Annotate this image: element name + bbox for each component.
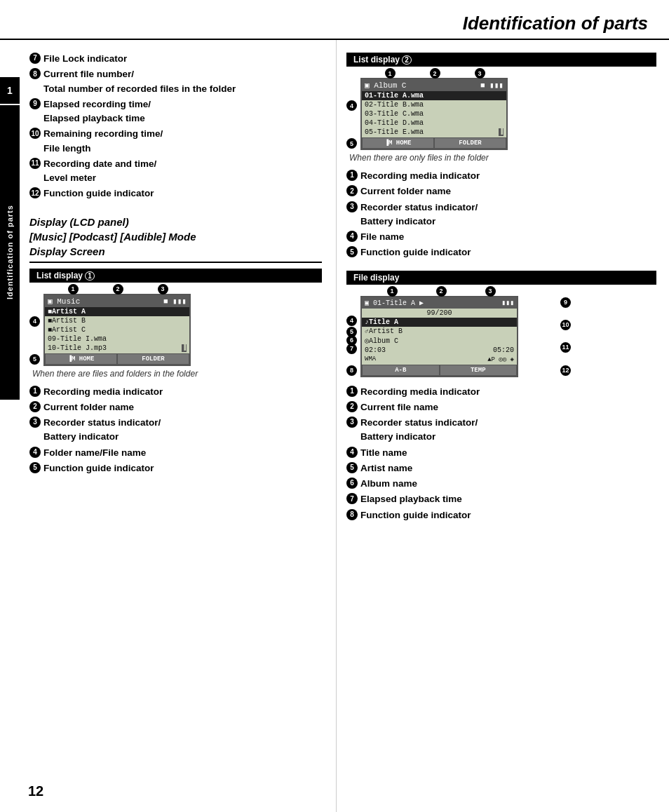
item-num-12: 12 [29,187,41,198]
list-item: 12 Function guide indicator [29,186,322,201]
screen-top-row-1: ▣ Music ■ ▮▮▮ [45,295,189,307]
item-num-3b: 3 [346,201,358,212]
screen-selected-row-1: ■Artist A [45,307,189,316]
item-text-5a: Function guide indicator [43,461,154,475]
screen-row-1b: ■Artist B [45,316,189,325]
item-text-f3: Recorder status indicator/Battery indica… [360,416,478,445]
marker-f1: 1 [387,286,398,297]
marker-1: 1 [68,284,79,295]
screen-row-2c: 03-Title C.wma [362,109,506,119]
list-item: 5 Artist name [346,461,656,476]
item-num-4a: 4 [29,447,41,458]
item-text-10: Remaining recording time/File length [43,127,163,156]
screen-file-count: 99/200 [362,309,517,318]
item-num-f5: 5 [346,462,358,473]
marker-f11: 11 [560,342,571,353]
marker-2-1: 1 [385,68,396,79]
section-title-text: Display (LCD panel)[Music] [Podcast] [Au… [29,216,196,257]
item-num-f7: 7 [346,493,358,504]
file-display-screen: 1 2 3 9 10 11 12 4 5 6 7 8 ▣ 01-Title A … [360,296,557,377]
screen-icons-row: WMA ▲P ◎◎ ◈ [362,355,517,364]
list-item: 2 Current folder name [29,400,322,415]
item-num-7: 7 [29,53,41,64]
marker-3: 3 [158,284,168,295]
right-column: List display 2 1 2 3 4 5 ▣ Album C ■ ▮▮▮ [337,40,669,812]
list-item: 8 Current file number/Total number of re… [29,67,322,97]
marker-f8: 8 [346,365,357,376]
item-num-f2: 2 [346,401,358,412]
list-item: 8 Function guide indicator [346,508,656,523]
screen-btn-folder-2: FOLDER [434,137,506,149]
screen-row-text: 10-Title J.mp3 [48,344,107,352]
list-display-1-screen: 1 2 3 4 5 ▣ Music ■ ▮▮▮ ■Artist A ■Artis… [43,294,212,366]
scroll-bar-2: ▐ [499,128,504,136]
list-item: 3 Recorder status indicator/Battery indi… [346,200,656,230]
item-num-f6: 6 [346,478,358,489]
screen-lcd-1: ▣ Music ■ ▮▮▮ ■Artist A ■Artist B ■Artis… [43,294,191,366]
item-num-3a: 3 [29,417,41,428]
item-num-5a: 5 [29,462,41,473]
screen-selected-row-2: 01-Title A.wma [362,91,506,100]
file-display-label: File display [346,271,656,285]
screen-battery-f: ▮▮▮ [501,299,514,307]
list-item: 7 File Lock indicator [29,51,322,67]
item-text-f2: Current file name [360,400,438,414]
file-display-wrapper: File display 1 2 3 9 10 11 12 4 5 6 7 [346,271,656,523]
list-item: 4 Folder name/File name [29,445,322,461]
screen-time-row: 02:03 05:20 [362,346,517,355]
list-display-1-label: List display 1 [29,269,322,283]
screen-status-icons: ■ ▮▮▮ [163,297,187,306]
item-text-f1: Recording media indicator [360,385,480,399]
item-text-3a: Recorder status indicator/Battery indica… [43,416,161,445]
screen-playback-icons: ▲P ◎◎ ◈ [487,356,514,363]
item-num-10: 10 [29,128,41,139]
item-num-2a: 2 [29,401,41,412]
item-text-11: Recording date and time/Level meter [43,157,156,186]
list-display-1-items: 1 Recording media indicator 2 Current fo… [29,384,322,477]
page-number: 12 [28,783,43,799]
screen-btn-ab: A-B [362,365,440,376]
screen-elapsed: 02:03 [365,346,386,354]
list-display-2-screen: 1 2 3 4 5 ▣ Album C ■ ▮▮▮ 01-Title A.wma… [360,78,529,150]
list-item: 7 Elapsed playback time [346,492,656,507]
marker-2-5: 5 [346,138,357,149]
page-title: Identification of parts [463,13,648,34]
screen-album-row: ◎Album C [362,336,517,346]
item-text-8: Current file number/Total number of reco… [43,67,236,96]
marker-4: 4 [29,316,40,327]
item-text-9: Elapsed recording time/Elapsed playback … [43,97,151,126]
item-num-8: 8 [29,68,41,79]
item-num-5b: 5 [346,246,358,257]
marker-f9: 9 [560,297,571,308]
screen-bottom-bar-2: ▐M HOME FOLDER [362,137,506,149]
item-text-f6: Album name [360,477,417,491]
scroll-bar: ▐ [182,344,187,352]
screen-btn-home-2: ▐M HOME [362,137,434,149]
screen-row-2e: 05-Title E.wma ▐ [362,128,506,137]
item-text-f8: Function guide indicator [360,508,471,522]
screen-media-icon: ▣ Music [48,297,80,306]
item-text-4b: File name [360,230,404,244]
list-item: 3 Recorder status indicator/Battery indi… [29,415,322,445]
screen-row-2b: 02-Title B.wma [362,100,506,109]
item-num-f8: 8 [346,509,358,520]
screen-media-icon-2: ▣ Album C [365,81,406,90]
screen-row-text-2: 05-Title E.wma [365,128,424,136]
screen-format-icon: WMA [365,356,376,363]
item-text-12: Function guide indicator [43,187,154,201]
list-item: 1 Recording media indicator [346,384,656,400]
list-item: 2 Current folder name [346,184,656,199]
screen-total: 05:20 [493,346,514,354]
list-item: 4 Title name [346,445,656,461]
caption-2: When there are only files in the folder [349,153,656,163]
list-display-1-wrapper: List display 1 1 2 3 4 5 ▣ Music ■ ▮▮▮ [29,269,322,477]
page-header: Identification of parts [0,0,669,40]
marker-f10: 10 [560,320,571,330]
left-column: 7 File Lock indicator 8 Current file num… [0,40,337,812]
item-text-f4: Title name [360,446,407,460]
side-tab-number: 1 [0,77,20,104]
screen-btn-folder-1: FOLDER [117,353,189,365]
marker-2-3: 3 [475,68,485,79]
item-text-2b: Current folder name [360,184,451,198]
item-text-f7: Elapsed playback time [360,492,462,506]
